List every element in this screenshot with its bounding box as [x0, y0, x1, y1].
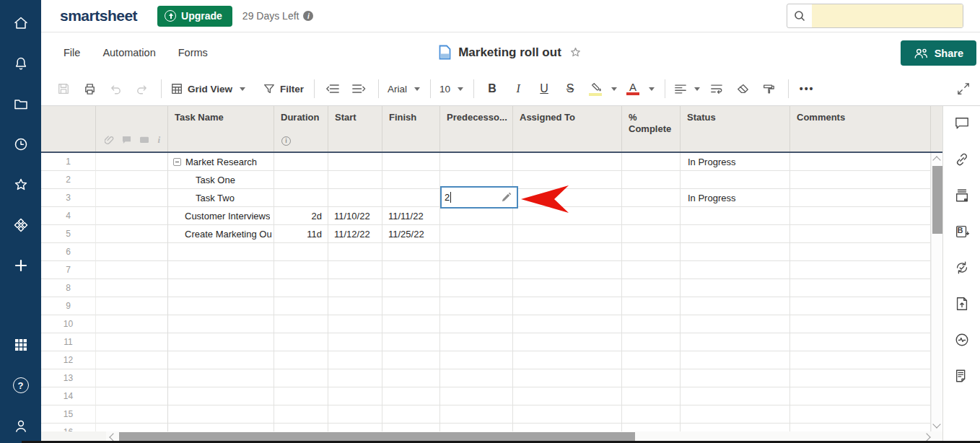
status-cell[interactable] — [681, 207, 790, 225]
row-number[interactable]: 15 — [41, 405, 96, 424]
app-launcher-grid-icon[interactable] — [11, 335, 31, 355]
row-number-header[interactable] — [41, 106, 96, 152]
finish-cell[interactable] — [382, 153, 440, 171]
undo-button[interactable] — [106, 78, 125, 100]
status-cell[interactable] — [681, 405, 790, 424]
expand-sheet-button[interactable] — [954, 78, 973, 100]
menu-file[interactable]: File — [64, 47, 80, 58]
finish-cell[interactable]: 11/11/22 — [382, 207, 440, 225]
start-cell[interactable]: 11/12/22 — [328, 225, 382, 243]
gutter-cell[interactable] — [96, 243, 168, 261]
finish-cell[interactable] — [382, 351, 440, 369]
more-options-button[interactable]: ••• — [797, 78, 816, 100]
status-cell[interactable] — [681, 387, 790, 405]
edit-pencil-icon[interactable] — [501, 192, 512, 203]
start-cell[interactable] — [328, 333, 382, 351]
gutter-cell[interactable] — [96, 387, 168, 405]
task-cell[interactable] — [168, 333, 274, 351]
percent-cell[interactable] — [622, 189, 681, 207]
assigned-cell[interactable] — [513, 351, 622, 369]
predecessors-cell[interactable] — [440, 225, 513, 243]
assigned-cell[interactable] — [513, 225, 622, 243]
finish-cell[interactable] — [382, 424, 440, 431]
percent-cell[interactable] — [622, 153, 681, 171]
gutter-cell[interactable] — [96, 207, 168, 225]
task-cell[interactable]: Market Research — [168, 153, 274, 171]
clear-format-button[interactable] — [733, 78, 752, 100]
share-button[interactable]: Share — [901, 40, 976, 66]
status-cell[interactable]: In Progress — [681, 153, 790, 171]
column-header-start[interactable]: Start — [328, 106, 382, 152]
predecessors-cell[interactable] — [440, 369, 513, 387]
finish-cell[interactable] — [382, 243, 440, 261]
underline-button[interactable]: U — [535, 78, 554, 100]
finish-cell[interactable] — [382, 189, 440, 207]
finish-cell[interactable] — [382, 171, 440, 189]
menu-forms[interactable]: Forms — [178, 47, 208, 58]
status-cell[interactable] — [681, 243, 790, 261]
column-header-comments[interactable]: Comments — [790, 106, 931, 152]
comments-cell[interactable] — [790, 225, 931, 243]
predecessors-cell[interactable] — [440, 153, 513, 171]
duration-cell[interactable]: 11d — [274, 225, 328, 243]
gutter-cell[interactable] — [96, 333, 168, 351]
redo-button[interactable] — [132, 78, 151, 100]
font-color-button[interactable]: A — [624, 78, 655, 100]
search-input[interactable] — [812, 4, 963, 27]
task-cell[interactable] — [168, 387, 274, 405]
assigned-cell[interactable] — [513, 369, 622, 387]
start-cell[interactable]: 11/10/22 — [328, 207, 382, 225]
predecessors-cell[interactable] — [440, 351, 513, 369]
column-header-task-name[interactable]: Task Name — [168, 106, 274, 152]
task-cell[interactable] — [168, 261, 274, 279]
status-cell[interactable] — [681, 225, 790, 243]
finish-cell[interactable] — [382, 369, 440, 387]
duration-cell[interactable] — [274, 153, 328, 171]
gutter-cell[interactable] — [96, 351, 168, 369]
column-header-duration[interactable]: Duration i — [274, 106, 328, 152]
row-number[interactable]: 7 — [41, 261, 96, 279]
account-person-icon[interactable] — [11, 416, 31, 436]
duration-cell[interactable] — [274, 333, 328, 351]
duration-cell[interactable] — [274, 171, 328, 189]
start-cell[interactable] — [328, 279, 382, 297]
strikethrough-button[interactable]: S — [561, 78, 579, 100]
predecessors-cell[interactable] — [440, 243, 513, 261]
create-plus-icon[interactable] — [11, 255, 31, 276]
comments-cell[interactable] — [790, 189, 931, 207]
status-cell[interactable] — [681, 279, 790, 297]
row-number[interactable]: 11 — [41, 333, 96, 351]
finish-cell[interactable] — [382, 315, 440, 333]
assigned-cell[interactable] — [513, 405, 622, 424]
start-cell[interactable] — [328, 243, 382, 261]
assigned-cell[interactable] — [513, 279, 622, 297]
percent-cell[interactable] — [622, 369, 681, 387]
duration-cell[interactable] — [274, 405, 328, 424]
percent-cell[interactable] — [622, 279, 681, 297]
assigned-cell[interactable] — [513, 261, 622, 279]
column-header-predecessors[interactable]: Predecesso... — [440, 106, 513, 152]
assigned-cell[interactable] — [513, 153, 622, 171]
gutter-cell[interactable] — [96, 315, 168, 333]
status-cell[interactable] — [681, 297, 790, 315]
task-cell[interactable] — [168, 369, 274, 387]
finish-cell[interactable] — [382, 333, 440, 351]
predecessors-cell[interactable] — [440, 279, 513, 297]
status-cell[interactable] — [681, 171, 790, 189]
duration-cell[interactable] — [274, 243, 328, 261]
align-button[interactable] — [674, 78, 700, 100]
gutter-cell[interactable] — [96, 261, 168, 279]
row-number[interactable]: 6 — [41, 243, 96, 261]
comments-cell[interactable] — [790, 279, 931, 297]
comments-cell[interactable] — [790, 153, 931, 171]
task-cell[interactable] — [168, 297, 274, 315]
comments-cell[interactable] — [790, 171, 931, 189]
percent-cell[interactable] — [622, 297, 681, 315]
percent-cell[interactable] — [622, 351, 681, 369]
column-header-assigned-to[interactable]: Assigned To — [513, 106, 622, 152]
task-cell[interactable]: Task One — [168, 171, 274, 189]
favorites-star-icon[interactable] — [11, 175, 31, 195]
predecessors-cell[interactable] — [440, 387, 513, 405]
row-number[interactable]: 5 — [41, 225, 96, 243]
task-cell[interactable]: Create Marketing Ou — [168, 225, 274, 243]
